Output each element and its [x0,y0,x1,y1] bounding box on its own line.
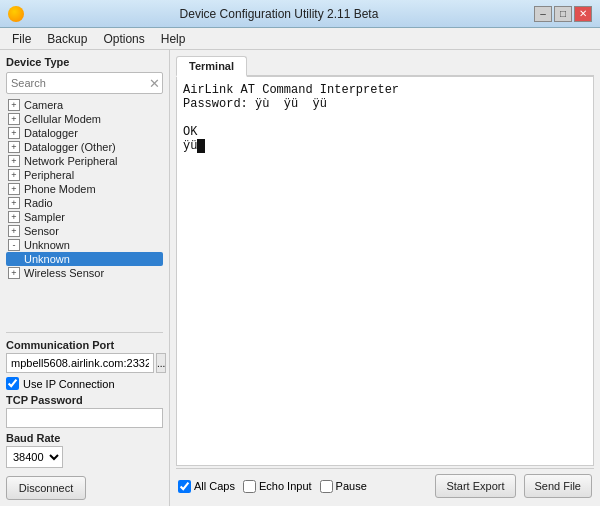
terminal-line-5: ÿü [183,139,197,153]
menu-help[interactable]: Help [153,30,194,48]
device-item-wireless-sensor[interactable]: + Wireless Sensor [6,266,163,280]
minimize-button[interactable]: – [534,6,552,22]
comm-port-label: Communication Port [6,339,163,351]
all-caps-label: All Caps [178,480,235,493]
tcp-pass-label: TCP Password [6,394,163,406]
terminal-line-1: AirLink AT Command Interpreter [183,83,399,97]
expand-icon: + [8,99,20,111]
baud-rate-label: Baud Rate [6,432,163,444]
device-item-datalogger-other[interactable]: + Datalogger (Other) [6,140,163,154]
expand-icon: + [8,183,20,195]
device-label: Camera [24,99,63,111]
device-label: Radio [24,197,53,209]
device-item-phone-modem[interactable]: + Phone Modem [6,182,163,196]
device-item-camera[interactable]: + Camera [6,98,163,112]
content-area: Terminal AirLink AT Command Interpreter … [170,50,600,506]
device-label: Phone Modem [24,183,96,195]
expand-icon: + [8,141,20,153]
device-label: Unknown [24,239,70,251]
menu-options[interactable]: Options [95,30,152,48]
menu-bar: File Backup Options Help [0,28,600,50]
main-area: Device Type ✕ + Camera + Cellular Modem … [0,50,600,506]
maximize-button[interactable]: □ [554,6,572,22]
terminal-cursor [197,139,205,153]
terminal-line-2: Password: ÿù ÿü ÿü [183,97,327,111]
send-file-button[interactable]: Send File [524,474,592,498]
device-label: Network Peripheral [24,155,118,167]
terminal-output[interactable]: AirLink AT Command Interpreter Password:… [176,77,594,466]
device-label: Peripheral [24,169,74,181]
device-label: Sampler [24,211,65,223]
menu-file[interactable]: File [4,30,39,48]
tab-terminal[interactable]: Terminal [176,56,247,77]
all-caps-checkbox[interactable] [178,480,191,493]
terminal-line-4: OK [183,125,197,139]
disconnect-button[interactable]: Disconnect [6,476,86,500]
device-item-network-peripheral[interactable]: + Network Peripheral [6,154,163,168]
start-export-button[interactable]: Start Export [435,474,515,498]
sidebar: Device Type ✕ + Camera + Cellular Modem … [0,50,170,506]
title-bar: Device Configuration Utility 2.11 Beta –… [0,0,600,28]
window-title: Device Configuration Utility 2.11 Beta [24,7,534,21]
device-item-sampler[interactable]: + Sampler [6,210,163,224]
pause-label: Pause [320,480,367,493]
device-label: Wireless Sensor [24,267,104,279]
device-item-radio[interactable]: + Radio [6,196,163,210]
search-clear-icon[interactable]: ✕ [149,77,160,90]
echo-input-checkbox[interactable] [243,480,256,493]
use-ip-row: Use IP Connection [6,377,163,390]
use-ip-label: Use IP Connection [23,378,115,390]
baud-row: 38400 [6,446,163,468]
use-ip-checkbox[interactable] [6,377,19,390]
device-list: + Camera + Cellular Modem + Datalogger +… [6,98,163,326]
device-label: Datalogger (Other) [24,141,116,153]
expand-icon: + [8,197,20,209]
expand-icon: + [8,155,20,167]
tcp-pass-input[interactable] [6,408,163,428]
search-wrap: ✕ [6,72,163,94]
device-label: Unknown [24,253,70,265]
echo-input-label: Echo Input [243,480,312,493]
comm-section: Communication Port ... Use IP Connection… [6,332,163,500]
expand-icon: - [8,239,20,251]
device-item-peripheral[interactable]: + Peripheral [6,168,163,182]
app-icon [8,6,24,22]
all-caps-text: All Caps [194,480,235,492]
device-item-unknown-parent[interactable]: - Unknown [6,238,163,252]
close-button[interactable]: ✕ [574,6,592,22]
device-label: Datalogger [24,127,78,139]
expand-icon: + [8,211,20,223]
expand-icon: + [8,113,20,125]
device-item-cellular-modem[interactable]: + Cellular Modem [6,112,163,126]
pause-checkbox[interactable] [320,480,333,493]
tab-bar: Terminal [176,56,594,77]
window-controls: – □ ✕ [534,6,592,22]
device-item-sensor[interactable]: + Sensor [6,224,163,238]
bottom-bar: All Caps Echo Input Pause Start Export S… [176,468,594,500]
search-input[interactable] [6,72,163,94]
device-label: Sensor [24,225,59,237]
echo-input-text: Echo Input [259,480,312,492]
device-item-unknown-child[interactable]: Unknown [6,252,163,266]
expand-icon: + [8,127,20,139]
comm-port-input[interactable] [6,353,154,373]
device-type-label: Device Type [6,56,163,68]
expand-icon: + [8,225,20,237]
menu-backup[interactable]: Backup [39,30,95,48]
expand-icon: + [8,169,20,181]
device-item-datalogger[interactable]: + Datalogger [6,126,163,140]
comm-port-browse-button[interactable]: ... [156,353,166,373]
baud-rate-select[interactable]: 38400 [6,446,63,468]
expand-icon: + [8,267,20,279]
device-label: Cellular Modem [24,113,101,125]
pause-text: Pause [336,480,367,492]
comm-port-row: ... [6,353,163,373]
